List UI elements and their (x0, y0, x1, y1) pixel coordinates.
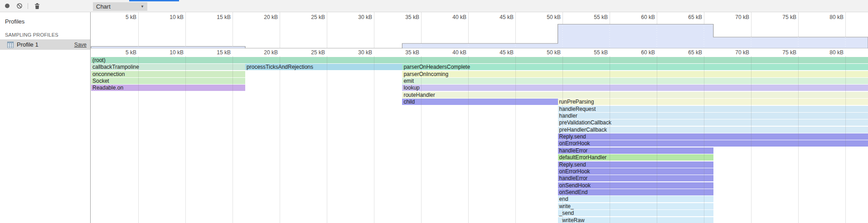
ruler-tick-label: 65 kB (675, 49, 702, 56)
flame-bar[interactable]: handleRequest (558, 106, 868, 112)
save-profile-link[interactable]: Save (74, 42, 87, 48)
profiles-sidebar: Profiles SAMPLING PROFILES Profile 1 Sav… (0, 12, 91, 223)
toolbar: Chart ▼ (0, 0, 868, 12)
flame-grid-line (563, 56, 563, 223)
flame-grid-line (421, 56, 422, 223)
flame-grid-line (704, 56, 704, 223)
flame-bar[interactable]: onErrorHook (558, 140, 868, 147)
flame-grid-line (515, 56, 516, 223)
ruler-tick-label: 80 kB (816, 49, 844, 56)
flame-grid-line (327, 56, 327, 223)
flame-bar[interactable]: onSendHook (558, 182, 713, 189)
ruler-tick-label: 35 kB (392, 49, 419, 56)
flame-bar[interactable]: Reply.send (558, 133, 868, 140)
profiler-app: Chart ▼ Profiles SAMPLING PROFILES Profi… (0, 0, 868, 223)
flame-grid-line (138, 56, 139, 223)
flame-chart-ruler: 5 kB10 kB15 kB20 kB25 kB30 kB35 kB40 kB4… (91, 49, 868, 56)
view-mode-select[interactable]: Chart ▼ (93, 2, 147, 11)
flame-bar[interactable]: onSendEnd (558, 189, 713, 195)
flame-grid-line (374, 56, 374, 223)
flame-bar[interactable]: preHandlerCallback (558, 127, 868, 133)
flame-grid-line (657, 56, 657, 223)
flame-bar[interactable]: end (558, 196, 713, 202)
flame-bar[interactable]: Reply.send (558, 161, 713, 168)
flame-bar[interactable]: processTicksAndRejections (245, 64, 402, 70)
block-circle-icon (16, 3, 23, 9)
flame-grid-line (185, 56, 186, 223)
flame-bar[interactable]: onErrorHook (558, 168, 713, 175)
record-button[interactable] (3, 2, 11, 10)
flame-grid-line (751, 56, 752, 223)
sampling-profiles-section-label: SAMPLING PROFILES (5, 32, 58, 38)
flame-chart-panel: 5 kB10 kB15 kB20 kB25 kB30 kB35 kB40 kB4… (91, 12, 868, 223)
tab-accent-indicator (129, 0, 179, 1)
toolbar-separator (28, 3, 28, 9)
flame-bar[interactable]: onconnection (91, 71, 245, 77)
flame-bar[interactable]: defaultErrorHandler (558, 154, 713, 161)
ruler-tick-label: 50 kB (533, 49, 561, 56)
flame-bar[interactable]: handleError (558, 147, 713, 154)
view-mode-label: Chart (96, 3, 141, 10)
trash-icon (34, 3, 40, 9)
flame-bar[interactable]: _writeRaw (558, 217, 713, 223)
flame-chart: (root)callbackTrampolineprocessTicksAndR… (91, 56, 868, 223)
ruler-tick-label: 70 kB (722, 49, 749, 56)
chevron-down-icon: ▼ (141, 5, 144, 9)
flame-bar[interactable]: runPreParsing (558, 99, 868, 105)
flame-grid-line (468, 56, 469, 223)
profile-grid-icon (7, 42, 14, 48)
profile-name: Profile 1 (17, 41, 74, 48)
sidebar-title: Profiles (5, 18, 24, 25)
flame-bar[interactable]: write_ (558, 203, 713, 209)
flame-bar[interactable]: child (402, 99, 558, 105)
record-icon (4, 3, 10, 9)
flame-grid-line (798, 56, 799, 223)
ruler-tick-label: 5 kB (109, 49, 136, 56)
flame-grid-line (610, 56, 610, 223)
ruler-tick-label: 20 kB (251, 49, 278, 56)
clear-button[interactable] (15, 2, 24, 10)
flame-grid-line (845, 56, 846, 223)
memory-overview-area[interactable] (91, 12, 868, 48)
ruler-tick-label: 15 kB (204, 49, 231, 56)
flame-bar[interactable]: _send (558, 210, 713, 216)
sidebar-item-profile-1[interactable]: Profile 1 Save (0, 39, 90, 50)
ruler-tick-label: 45 kB (486, 49, 514, 56)
flame-bar[interactable]: handleError (558, 175, 713, 181)
delete-profile-button[interactable] (33, 2, 41, 10)
ruler-tick-label: 60 kB (628, 49, 655, 56)
memory-overview-pane[interactable]: 5 kB10 kB15 kB20 kB25 kB30 kB35 kB40 kB4… (91, 12, 868, 48)
flame-bar[interactable]: preValidationCallback (558, 119, 868, 126)
ruler-tick-label: 40 kB (439, 49, 466, 56)
ruler-tick-label: 25 kB (298, 49, 325, 56)
flame-grid-line (280, 56, 280, 223)
ruler-tick-label: 10 kB (156, 49, 184, 56)
flame-bar[interactable]: Readable.on (91, 85, 245, 91)
flame-bar[interactable]: Socket (91, 78, 245, 84)
flame-bar[interactable]: handler (558, 113, 868, 119)
ruler-tick-label: 30 kB (345, 49, 372, 56)
flame-bar[interactable]: callbackTrampoline (91, 64, 245, 70)
ruler-tick-label: 55 kB (581, 49, 608, 56)
ruler-tick-label: 75 kB (769, 49, 796, 56)
flame-grid-line (233, 56, 233, 223)
